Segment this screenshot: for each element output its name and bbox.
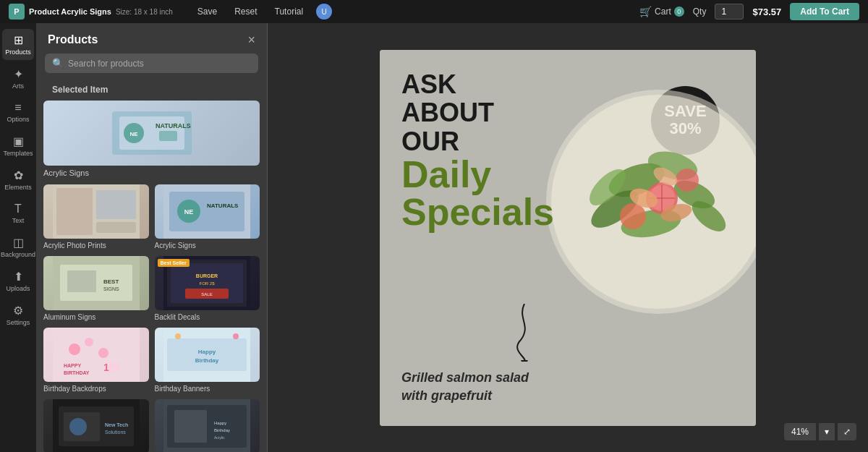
svg-rect-9	[96, 222, 136, 233]
svg-text:BURGER: BURGER	[196, 273, 218, 278]
svg-marker-70	[521, 360, 528, 362]
canvas-content: ASK ABOUT OUR Daily Specials SAVE30%	[380, 50, 756, 426]
svg-text:Solutions: Solutions	[105, 430, 126, 435]
design-canvas: ASK ABOUT OUR Daily Specials SAVE30%	[380, 50, 756, 426]
options-icon: ≡	[14, 101, 21, 114]
svg-rect-7	[56, 188, 93, 235]
products-panel: Products × 🔍 Selected Item NE NATURALS	[36, 23, 268, 452]
selected-item-label: Selected Item	[43, 80, 260, 101]
sidebar-item-uploads[interactable]: ⬆ Uploads	[2, 265, 34, 297]
sidebar-item-elements-label: Elements	[4, 184, 32, 191]
logo-icon: P	[9, 4, 25, 20]
svg-text:SIGNS: SIGNS	[103, 286, 119, 291]
svg-point-66	[676, 169, 699, 192]
sidebar-item-background-label: Background	[1, 251, 35, 258]
squiggle-decoration	[503, 304, 546, 364]
price-label: $73.57	[752, 7, 781, 17]
selected-item-svg: NE NATURALS	[109, 108, 195, 158]
search-input[interactable]	[68, 59, 251, 69]
product-grid: Acrylic Photo Prints NE NATURALS Acrylic…	[43, 184, 260, 452]
svg-text:Birthday: Birthday	[214, 428, 230, 432]
settings-icon: ⚙	[13, 304, 23, 317]
sidebar-item-text-label: Text	[12, 217, 25, 224]
poster-subtitle: Grilled salmon saladwith grapefruit	[401, 369, 529, 405]
product-card-label-5: Birthday Banners	[155, 384, 260, 393]
svg-rect-17	[67, 270, 96, 292]
product-thumb-4: HAPPY BIRTHDAY 1	[43, 328, 149, 382]
products-list: Selected Item NE NATURALS Acrylic Signs	[36, 80, 267, 452]
app-logo: P Product Acrylic SignsSize: 18 x 18 inc…	[9, 4, 173, 20]
product-card-label-0: Acrylic Photo Prints	[43, 241, 149, 250]
add-to-cart-button[interactable]: Add To Cart	[790, 3, 859, 20]
svg-text:NE: NE	[184, 208, 194, 216]
sidebar-item-background[interactable]: ◫ Background	[2, 231, 34, 263]
product-card-5[interactable]: Happy Birthday Birthday Banners	[155, 328, 260, 393]
zoom-decrease-button[interactable]: 41%	[784, 423, 816, 440]
search-icon: 🔍	[52, 58, 64, 69]
product-card-4[interactable]: HAPPY BIRTHDAY 1 Birthday Backdrops	[43, 328, 149, 393]
poster-specials: Specials	[401, 193, 522, 231]
svg-text:BIRTHDAY: BIRTHDAY	[64, 370, 90, 375]
svg-text:Acrylic: Acrylic	[214, 435, 225, 440]
canvas-text-block: ASK ABOUT OUR Daily Specials	[401, 70, 621, 231]
cart-label: Cart	[655, 7, 671, 17]
svg-text:HAPPY: HAPPY	[64, 363, 81, 368]
sidebar-item-templates[interactable]: ▣ Templates	[2, 130, 34, 161]
product-card-label-4: Birthday Backdrops	[43, 384, 149, 393]
tutorial-button[interactable]: Tutorial	[271, 5, 308, 18]
panel-close-button[interactable]: ×	[247, 33, 255, 46]
product-thumb-6: New Tech Solutions	[43, 399, 149, 452]
svg-text:NE: NE	[129, 131, 138, 137]
svg-point-39	[175, 333, 181, 339]
best-seller-badge: Best Seller	[158, 259, 190, 267]
svg-rect-8	[96, 190, 136, 219]
product-card-3[interactable]: BURGER FOR 2$ SALE Best Seller Backlit D…	[155, 256, 260, 322]
svg-text:Birthday: Birthday	[195, 357, 219, 364]
sidebar-item-templates-label: Templates	[3, 150, 33, 157]
svg-point-34	[109, 362, 120, 373]
main-layout: ⊞ Products ✦ Arts ≡ Options ▣ Templates …	[0, 23, 868, 452]
topbar-actions: Save Reset Tutorial U	[193, 4, 332, 20]
product-card-0[interactable]: Acrylic Photo Prints	[43, 184, 149, 250]
uploads-icon: ⬆	[14, 270, 23, 283]
canvas-area: ASK ABOUT OUR Daily Specials SAVE30%	[268, 23, 868, 452]
poster-headline: ASK ABOUT OUR	[401, 70, 522, 156]
svg-point-28	[69, 344, 80, 355]
product-thumb-2: BEST SIGNS	[43, 256, 149, 310]
product-card-6[interactable]: New Tech Solutions Black Acrylic Signs	[43, 399, 149, 452]
svg-point-40	[233, 333, 239, 339]
product-card-7[interactable]: Happy Birthday Acrylic Black Transparent…	[155, 399, 260, 452]
reset-button[interactable]: Reset	[230, 5, 261, 18]
sidebar-item-settings[interactable]: ⚙ Settings	[2, 299, 34, 331]
sidebar-item-products[interactable]: ⊞ Products	[2, 29, 34, 60]
qty-input[interactable]	[715, 4, 744, 20]
sidebar-item-arts[interactable]: ✦ Arts	[2, 63, 34, 94]
product-thumb-1: NE NATURALS	[155, 184, 260, 239]
background-icon: ◫	[13, 236, 24, 250]
svg-point-46	[69, 418, 87, 435]
selected-item-row[interactable]: NE NATURALS Acrylic Signs	[43, 101, 260, 177]
panel-header: Products ×	[36, 23, 267, 54]
svg-rect-5	[159, 131, 177, 141]
product-thumb-5: Happy Birthday	[155, 328, 260, 382]
product-card-label-3: Backlit Decals	[155, 312, 260, 322]
product-card-1[interactable]: NE NATURALS Acrylic Signs	[155, 184, 260, 250]
sidebar-item-text[interactable]: T Text	[2, 198, 34, 229]
product-thumb-0	[43, 184, 149, 239]
svg-text:SALE: SALE	[202, 292, 213, 297]
sidebar-icons: ⊞ Products ✦ Arts ≡ Options ▣ Templates …	[0, 23, 36, 452]
avatar: U	[316, 4, 332, 20]
sidebar-item-elements[interactable]: ✿ Elements	[2, 164, 34, 195]
product-card-2[interactable]: BEST SIGNS Aluminum Signs	[43, 256, 149, 322]
product-thumb-7: Happy Birthday Acrylic	[155, 399, 260, 452]
zoom-expand-button[interactable]: ⤢	[838, 423, 856, 440]
svg-text:NATURALS: NATURALS	[207, 202, 239, 209]
topbar: P Product Acrylic SignsSize: 18 x 18 inc…	[0, 0, 868, 23]
sidebar-item-options[interactable]: ≡ Options	[2, 97, 34, 127]
cart-button[interactable]: 🛒 Cart 0	[639, 6, 684, 17]
product-thumb-3: BURGER FOR 2$ SALE Best Seller	[155, 256, 260, 310]
product-card-label-2: Aluminum Signs	[43, 312, 149, 322]
sidebar-item-options-label: Options	[7, 116, 29, 123]
svg-text:New Tech: New Tech	[105, 422, 128, 427]
save-button[interactable]: Save	[193, 5, 221, 18]
